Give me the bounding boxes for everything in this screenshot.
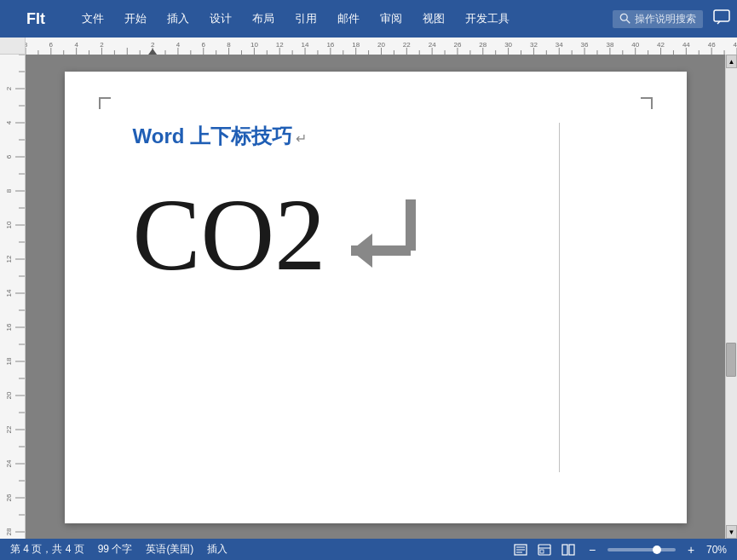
main-area: Word 上下标技巧 ↵ CO2 ▲ (0, 55, 737, 539)
statusbar-right: − + 70% (512, 543, 727, 557)
zoom-slider[interactable] (607, 548, 676, 551)
view-web-button[interactable] (536, 543, 553, 557)
ruler-vertical (0, 55, 26, 539)
search-label: 操作说明搜索 (635, 12, 696, 26)
menu-design[interactable]: 设计 (199, 0, 242, 38)
print-layout-icon (514, 544, 527, 556)
svg-line-1 (626, 20, 630, 23)
page-info: 第 4 页，共 4 页 (10, 542, 84, 557)
menu-view[interactable]: 视图 (412, 0, 455, 38)
language: 英语(美国) (146, 542, 193, 557)
corner-mark-tl (99, 97, 111, 109)
search-icon (619, 13, 631, 25)
menu-items: 文件 开始 插入 设计 布局 引用 邮件 审阅 视图 开发工具 (72, 0, 613, 38)
comment-icon (713, 9, 730, 25)
ruler-corner (0, 38, 26, 55)
view-read-button[interactable] (560, 543, 577, 557)
title-return-mark: ↵ (296, 130, 307, 147)
svg-rect-2 (714, 10, 729, 21)
web-layout-icon (538, 544, 551, 556)
co2-line: CO2 (133, 184, 627, 286)
menu-review[interactable]: 审阅 (370, 0, 412, 38)
co2-return-arrow (343, 191, 453, 280)
title-line: Word 上下标技巧 ↵ (133, 123, 627, 176)
page: Word 上下标技巧 ↵ CO2 (65, 72, 687, 523)
corner-mark-tr (641, 97, 653, 109)
menu-devtools[interactable]: 开发工具 (455, 0, 520, 38)
search-box[interactable]: 操作说明搜索 (613, 10, 703, 28)
co2-text: CO2 (133, 184, 326, 286)
page-title: Word 上下标技巧 (133, 123, 293, 150)
read-layout-icon (561, 544, 575, 556)
zoom-out-button[interactable]: − (584, 543, 601, 557)
scrollbar-down-button[interactable]: ▼ (726, 525, 737, 539)
scrollbar-up-button[interactable]: ▲ (726, 55, 737, 68)
menu-home[interactable]: 开始 (114, 0, 157, 38)
scrollbar-thumb[interactable] (726, 343, 736, 377)
zoom-thumb[interactable] (653, 546, 661, 554)
scrollbar-track[interactable] (726, 68, 737, 525)
svg-point-0 (620, 14, 627, 20)
menubar-right: 操作说明搜索 (613, 9, 730, 29)
menubar: FIt 文件 开始 插入 设计 布局 引用 邮件 审阅 视图 开发工具 操作说明… (0, 0, 737, 38)
menu-file[interactable]: 文件 (72, 0, 114, 38)
statusbar: 第 4 页，共 4 页 99 个字 英语(美国) 插入 (0, 539, 737, 560)
input-mode: 插入 (207, 542, 227, 557)
app-logo: FIt (7, 10, 65, 28)
page-vertical-line (559, 123, 560, 472)
menu-layout[interactable]: 布局 (242, 0, 285, 38)
svg-rect-15 (569, 545, 574, 555)
zoom-in-button[interactable]: + (682, 543, 700, 557)
scrollbar-right: ▲ ▼ (725, 55, 737, 539)
menu-references[interactable]: 引用 (285, 0, 327, 38)
zoom-percentage: 70% (706, 544, 727, 556)
comment-button[interactable] (713, 9, 730, 29)
menu-insert[interactable]: 插入 (157, 0, 199, 38)
document-area[interactable]: Word 上下标技巧 ↵ CO2 (26, 55, 725, 539)
svg-rect-14 (562, 545, 567, 555)
menu-mail[interactable]: 邮件 (327, 0, 370, 38)
svg-marker-6 (351, 234, 372, 268)
svg-rect-13 (540, 550, 544, 553)
word-count: 99 个字 (98, 542, 133, 557)
view-print-button[interactable] (512, 543, 529, 557)
ruler-container (0, 38, 737, 55)
return-arrow-large-icon (343, 191, 453, 276)
ruler-horizontal (26, 38, 737, 55)
